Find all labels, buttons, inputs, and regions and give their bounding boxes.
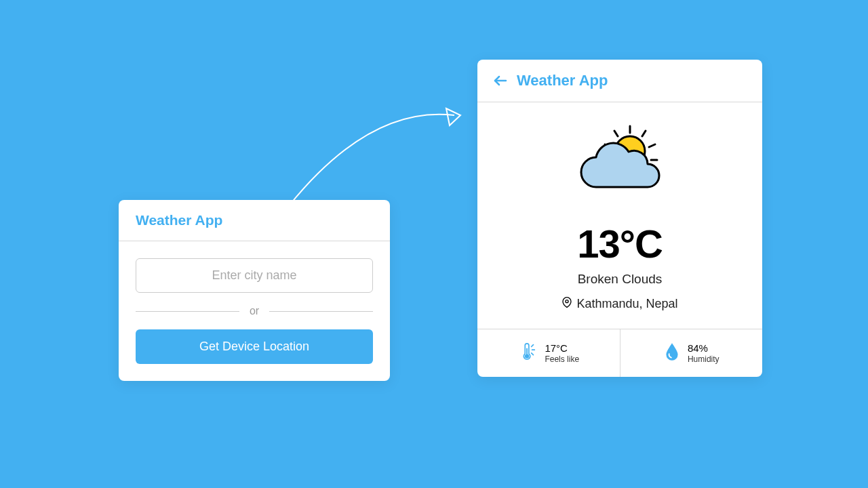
svg-line-3 bbox=[642, 131, 646, 136]
svg-line-11 bbox=[532, 345, 534, 347]
back-arrow-icon[interactable] bbox=[492, 73, 509, 89]
svg-line-5 bbox=[649, 144, 655, 147]
location-pin-icon bbox=[561, 296, 572, 312]
input-card-header: Weather App bbox=[119, 200, 390, 241]
input-card-body: or Get Device Location bbox=[119, 241, 390, 381]
svg-point-8 bbox=[566, 300, 568, 303]
separator-text: or bbox=[239, 305, 269, 317]
feels-like-label: Feels like bbox=[545, 354, 579, 364]
input-card-title: Weather App bbox=[136, 212, 373, 228]
result-card-title: Weather App bbox=[517, 72, 608, 89]
separator: or bbox=[136, 305, 373, 317]
result-card-header: Weather App bbox=[477, 60, 762, 102]
location-text: Kathmandu, Nepal bbox=[576, 297, 677, 311]
get-location-button[interactable]: Get Device Location bbox=[136, 329, 373, 364]
weather-condition-text: Broken Clouds bbox=[494, 272, 745, 287]
weather-condition-icon bbox=[494, 123, 745, 207]
location-row: Kathmandu, Nepal bbox=[494, 296, 745, 312]
city-name-input[interactable] bbox=[136, 258, 373, 293]
temperature-value: 13°C bbox=[494, 221, 745, 266]
svg-line-13 bbox=[532, 353, 534, 355]
weather-input-card: Weather App or Get Device Location bbox=[119, 200, 390, 381]
feels-like-value: 17°C bbox=[545, 342, 579, 354]
result-card-footer: 17°C Feels like 84% Humidity bbox=[477, 329, 762, 377]
humidity-label: Humidity bbox=[688, 354, 719, 364]
svg-line-2 bbox=[614, 131, 618, 136]
connector-arrow-icon bbox=[281, 78, 471, 214]
humidity-stat: 84% Humidity bbox=[620, 329, 763, 377]
humidity-value: 84% bbox=[688, 342, 719, 354]
feels-like-stat: 17°C Feels like bbox=[477, 329, 620, 377]
result-card-body: 13°C Broken Clouds Kathmandu, Nepal bbox=[477, 102, 762, 329]
humidity-droplet-icon bbox=[663, 342, 681, 365]
thermometer-icon bbox=[517, 342, 538, 365]
weather-result-card: Weather App 13°C Broken Clouds bbox=[477, 60, 762, 377]
